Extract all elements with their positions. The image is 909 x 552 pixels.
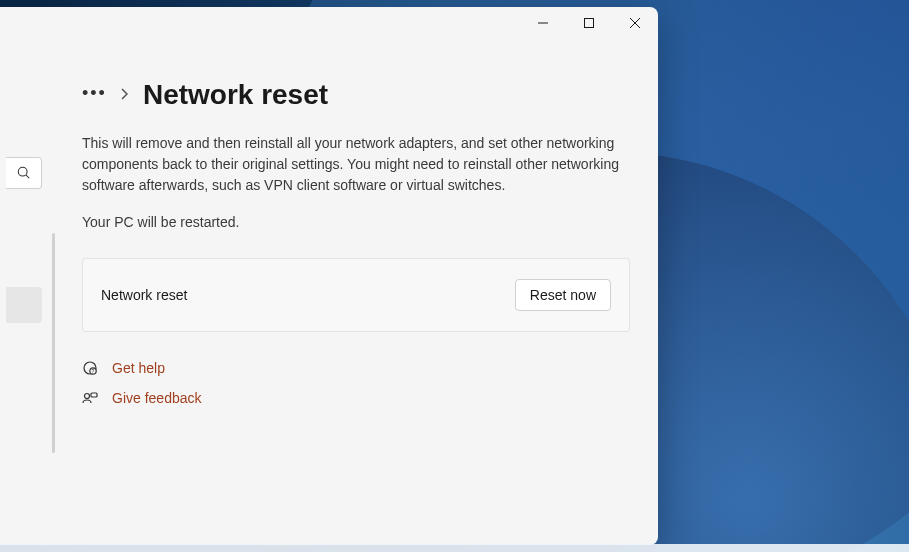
close-button[interactable] bbox=[612, 7, 658, 39]
minimize-button[interactable] bbox=[520, 7, 566, 39]
help-icon: ? bbox=[82, 360, 98, 376]
chevron-right-icon bbox=[121, 86, 129, 104]
maximize-button[interactable] bbox=[566, 7, 612, 39]
taskbar[interactable] bbox=[0, 544, 909, 552]
breadcrumb-overflow-icon[interactable]: ••• bbox=[82, 83, 107, 108]
svg-point-9 bbox=[85, 394, 90, 399]
description-text: This will remove and then reinstall all … bbox=[82, 133, 627, 196]
reset-now-button[interactable]: Reset now bbox=[515, 279, 611, 311]
breadcrumb: ••• Network reset bbox=[82, 79, 630, 111]
sidebar-scroll-indicator bbox=[52, 233, 55, 453]
network-reset-card: Network reset Reset now bbox=[82, 258, 630, 332]
get-help-label: Get help bbox=[112, 360, 165, 376]
card-label: Network reset bbox=[101, 287, 187, 303]
sidebar bbox=[0, 53, 42, 545]
page-title: Network reset bbox=[143, 79, 328, 111]
content-area: ••• Network reset This will remove and t… bbox=[42, 53, 658, 545]
search-icon bbox=[17, 166, 31, 180]
search-input[interactable] bbox=[6, 157, 42, 189]
get-help-link[interactable]: ? Get help bbox=[82, 360, 630, 376]
svg-rect-1 bbox=[585, 19, 594, 28]
give-feedback-link[interactable]: Give feedback bbox=[82, 390, 630, 406]
give-feedback-label: Give feedback bbox=[112, 390, 202, 406]
restart-warning-text: Your PC will be restarted. bbox=[82, 214, 630, 230]
settings-window: ••• Network reset This will remove and t… bbox=[0, 7, 658, 545]
titlebar bbox=[0, 7, 658, 53]
svg-text:?: ? bbox=[92, 368, 95, 374]
sidebar-item-active[interactable] bbox=[6, 287, 42, 323]
svg-line-5 bbox=[26, 175, 29, 178]
feedback-icon bbox=[82, 390, 98, 406]
svg-point-4 bbox=[18, 167, 27, 176]
svg-rect-10 bbox=[91, 393, 97, 397]
